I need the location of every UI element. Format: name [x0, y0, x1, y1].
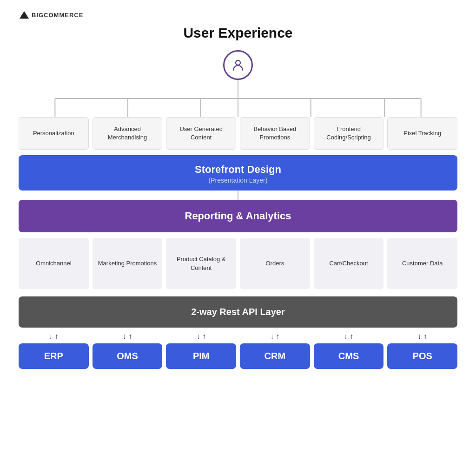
- pos-arrows: ↓ ↑: [417, 332, 427, 341]
- pos-button[interactable]: POS: [387, 343, 457, 369]
- cms-arrows: ↓ ↑: [344, 332, 353, 341]
- grid-card-cart-checkout: Cart/Checkout: [314, 238, 384, 289]
- api-layer-title: 2-way Rest API Layer: [191, 307, 285, 317]
- crm-button[interactable]: CRM: [240, 343, 310, 369]
- grid-card-omnichannel: Omnichannel: [19, 238, 89, 289]
- systems-row: ↓ ↑ ERP ↓ ↑ OMS ↓ ↑ PIM ↓ ↑ CRM ↓ ↑ CMS …: [19, 332, 457, 369]
- ux-card-behavior-based-promotions: Behavior Based Promotions: [240, 117, 310, 150]
- grid-card-customer-data: Customer Data: [387, 238, 457, 289]
- svg-point-1: [236, 60, 240, 65]
- ux-card-user-generated-content: User Generated Content: [166, 117, 236, 150]
- grid-card-marketing-promotions: Marketing Promotions: [93, 238, 163, 289]
- logo-text: BIGCOMMERCE: [32, 12, 83, 19]
- crm-arrows: ↓ ↑: [270, 332, 279, 341]
- connector-svg: [19, 80, 457, 117]
- pim-button[interactable]: PIM: [166, 343, 236, 369]
- svg-marker-0: [20, 11, 29, 19]
- grid-card-orders: Orders: [240, 238, 310, 289]
- reporting-title: Reporting & Analytics: [28, 210, 448, 222]
- ux-card-frontend-coding: Frontend Coding/Scripting: [314, 117, 384, 150]
- person-icon: [223, 50, 253, 80]
- pim-arrows: ↓ ↑: [196, 332, 205, 341]
- erp-arrows: ↓ ↑: [49, 332, 58, 341]
- cms-button[interactable]: CMS: [314, 343, 384, 369]
- system-cms: ↓ ↑ CMS: [314, 332, 384, 369]
- reporting-bar: Reporting & Analytics: [19, 200, 457, 232]
- ux-card-personalization: Personalization: [19, 117, 89, 150]
- system-crm: ↓ ↑ CRM: [240, 332, 310, 369]
- storefront-subtitle: (Presentation Layer): [28, 177, 448, 184]
- api-layer-bar: 2-way Rest API Layer: [19, 296, 457, 328]
- oms-arrows: ↓ ↑: [123, 332, 132, 341]
- ux-section: Personalization Advanced Merchandising U…: [19, 50, 457, 150]
- storefront-to-reporting-connector: [238, 191, 238, 200]
- ux-card-pixel-tracking: Pixel Tracking: [387, 117, 457, 150]
- person-svg: [231, 58, 245, 72]
- storefront-bar: Storefront Design (Presentation Layer): [19, 155, 457, 191]
- tree-connectors: [19, 80, 457, 117]
- grid-cards-row: Omnichannel Marketing Promotions Product…: [19, 238, 457, 289]
- system-oms: ↓ ↑ OMS: [93, 332, 163, 369]
- logo: BIGCOMMERCE: [19, 9, 457, 20]
- grid-card-product-catalog: Product Catalog & Content: [166, 238, 236, 289]
- oms-button[interactable]: OMS: [93, 343, 163, 369]
- ux-cards-row: Personalization Advanced Merchandising U…: [19, 117, 457, 150]
- system-erp: ↓ ↑ ERP: [19, 332, 89, 369]
- storefront-title: Storefront Design: [28, 164, 448, 176]
- system-pim: ↓ ↑ PIM: [166, 332, 236, 369]
- system-pos: ↓ ↑ POS: [387, 332, 457, 369]
- ux-card-advanced-merchandising: Advanced Merchandising: [93, 117, 163, 150]
- page-title: User Experience: [19, 25, 457, 41]
- bigcommerce-logo-icon: [19, 9, 30, 20]
- erp-button[interactable]: ERP: [19, 343, 89, 369]
